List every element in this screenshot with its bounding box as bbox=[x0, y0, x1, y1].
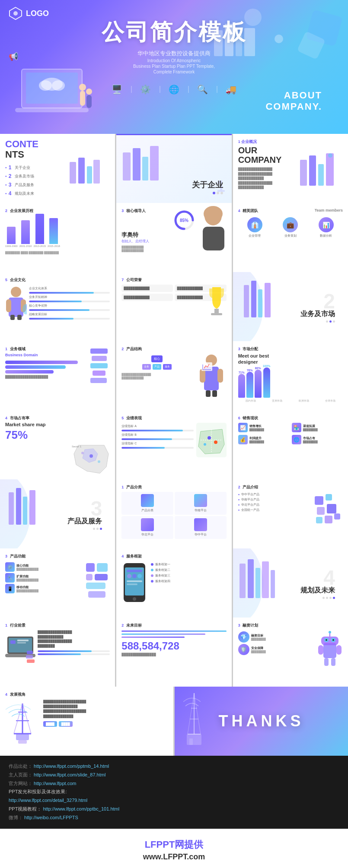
svg-rect-87 bbox=[95, 574, 108, 580]
svg-rect-46 bbox=[251, 281, 256, 317]
business-domain-label: 业务领域 bbox=[10, 347, 26, 351]
leader-percent: 85% bbox=[173, 209, 195, 233]
svg-rect-88 bbox=[86, 583, 105, 589]
our-company-slide: 1 企业概况 OURCOMPANY ████████████████ █████… bbox=[233, 134, 348, 203]
svg-rect-8 bbox=[80, 91, 85, 106]
development-vision-slide: 4 发展视角 bbox=[0, 687, 173, 756]
author-label: 主人页面： bbox=[9, 772, 32, 777]
svg-rect-107 bbox=[10, 640, 16, 644]
industry-prospect-slide: 1 行业前景 bbox=[0, 618, 115, 687]
product-function-num: 3 bbox=[5, 554, 7, 558]
section4-content: 4 规划及未来 bbox=[300, 567, 335, 599]
row-4: 1 业务领域 Business Domain █████████████████… bbox=[0, 341, 348, 410]
city-3d-6 bbox=[237, 553, 276, 602]
svg-rect-44 bbox=[211, 313, 222, 315]
globe-icon: 🌐 bbox=[169, 84, 179, 95]
website-label: 官方网站： bbox=[9, 781, 32, 786]
svg-rect-89 bbox=[88, 591, 105, 598]
author-url[interactable]: http://www.lfppt.com/slide_87.html bbox=[34, 772, 105, 777]
source-url[interactable]: http://www.lfppt.com/pptmb_14.html bbox=[34, 763, 109, 769]
business-domain-en: Business Domain bbox=[5, 353, 86, 357]
thanks-slide: THANKS bbox=[175, 687, 348, 756]
svg-rect-16 bbox=[70, 162, 76, 184]
honor-label: 公司荣誉 bbox=[126, 278, 142, 282]
svg-rect-114 bbox=[321, 637, 338, 645]
laptop-illustration bbox=[13, 60, 99, 130]
city-3d-2 bbox=[121, 139, 164, 184]
footer-brand: LFPPT网提供 bbox=[9, 838, 339, 851]
search-icon: 🔍 bbox=[197, 84, 208, 95]
func-icon-1: ⚙️ bbox=[5, 562, 15, 572]
enterprise-history-slide: 2 企业发展历程 1993-2000 2001-2010 2010-2015 2… bbox=[0, 203, 115, 272]
financing-icon-2: 🛡️ bbox=[238, 644, 249, 655]
row-8: 1 行业前景 bbox=[0, 618, 348, 687]
truck-icon: 🚚 bbox=[226, 84, 236, 95]
svg-rect-113 bbox=[323, 643, 336, 658]
svg-rect-25 bbox=[309, 155, 316, 186]
svg-rect-12 bbox=[214, 30, 223, 56]
3d-products-illus bbox=[313, 492, 343, 532]
svg-rect-78 bbox=[326, 494, 332, 501]
svg-point-28 bbox=[328, 153, 332, 158]
section3-content: 3 产品及服务 bbox=[67, 498, 102, 530]
industry-prospect-label: 行业前景 bbox=[10, 623, 26, 627]
weibo-label: 微博： bbox=[9, 815, 23, 820]
city-3d-3 bbox=[292, 139, 343, 198]
svg-point-70 bbox=[204, 443, 206, 446]
svg-rect-110 bbox=[27, 659, 35, 663]
robot-illustration bbox=[317, 630, 343, 675]
svg-rect-80 bbox=[327, 504, 336, 513]
product-category-label: 产品分类 bbox=[126, 485, 142, 489]
thanks-tower bbox=[183, 691, 205, 753]
source-label: 作品出处： bbox=[9, 763, 32, 769]
big-number: 588,584,728 bbox=[121, 640, 226, 652]
hero-icons: 🖥️ ⚙️ 🌐 🔍 🚚 bbox=[112, 84, 236, 95]
sales-label: 销售现状 bbox=[243, 416, 258, 420]
product-num-cat: 1 bbox=[121, 485, 124, 489]
market-dist-label: 市场分配 bbox=[243, 347, 258, 351]
leader-portrait bbox=[199, 205, 227, 250]
svg-rect-124 bbox=[331, 658, 335, 666]
row-9: 4 发展视角 bbox=[0, 687, 348, 756]
website-url[interactable]: http://www.lfppt.com bbox=[34, 781, 76, 786]
svg-rect-139 bbox=[187, 734, 201, 745]
person-with-chart bbox=[196, 354, 227, 403]
svg-rect-48 bbox=[265, 283, 271, 317]
svg-rect-37 bbox=[6, 299, 11, 312]
row-1: CONTE NTS 1关于企业 2业务及市场 3产品及服务 4规划及未来 bbox=[0, 134, 348, 203]
svg-rect-27 bbox=[326, 153, 334, 186]
note1-url[interactable]: http://www.lfppt.com/detail_3279.html bbox=[9, 798, 87, 803]
section2-content: 2 业务及市场 bbox=[300, 291, 335, 323]
development-vision-label: 发展视角 bbox=[10, 692, 26, 697]
weibo-url[interactable]: http://weibo.com/LFPPTS bbox=[24, 815, 78, 820]
product-function-label: 产品功能 bbox=[10, 554, 26, 558]
trophy-icon bbox=[206, 285, 227, 317]
note2-url[interactable]: http://www.lfppt.com/pptbc_101.html bbox=[43, 806, 119, 811]
city-3d-4 bbox=[242, 276, 276, 321]
history-label: 企业发展历程 bbox=[10, 209, 33, 213]
svg-rect-74 bbox=[16, 488, 21, 525]
our-company-title: OURCOMPANY bbox=[238, 146, 289, 165]
sales-icon-3: 💰 bbox=[238, 435, 248, 444]
svg-rect-76 bbox=[29, 490, 35, 525]
svg-rect-57 bbox=[217, 369, 223, 383]
svg-rect-13 bbox=[225, 24, 233, 56]
svg-rect-45 bbox=[244, 285, 249, 317]
product-structure-slide: 2 产品结构 核心 业务 产品 服务 ████████████████ ████… bbox=[116, 341, 231, 410]
contents-list: 1关于企业 2业务及市场 3产品及服务 4规划及未来 bbox=[5, 164, 55, 197]
svg-rect-75 bbox=[23, 497, 27, 525]
city-illustration bbox=[210, 17, 262, 62]
svg-rect-50 bbox=[92, 356, 107, 361]
future-goals-label: 未来目标 bbox=[126, 623, 142, 627]
honor-num: 7 bbox=[121, 278, 124, 282]
svg-rect-43 bbox=[214, 309, 219, 313]
svg-line-137 bbox=[188, 693, 194, 734]
3d-blocks-illus bbox=[84, 561, 110, 606]
team-slide: 4 精英团队 Team members 👔 企业管理 💼 业务策划 bbox=[233, 203, 348, 272]
product-intro-slide: 2 产品介绍 华中平台产品 华南平台产品 华北平台产品 全国统一产品 bbox=[233, 479, 348, 548]
svg-rect-49 bbox=[90, 348, 108, 354]
sales-icon-2: 🏪 bbox=[292, 423, 301, 432]
svg-rect-14 bbox=[236, 35, 242, 56]
svg-point-69 bbox=[214, 440, 217, 444]
products-services-label: 产品及服务 bbox=[67, 517, 102, 526]
